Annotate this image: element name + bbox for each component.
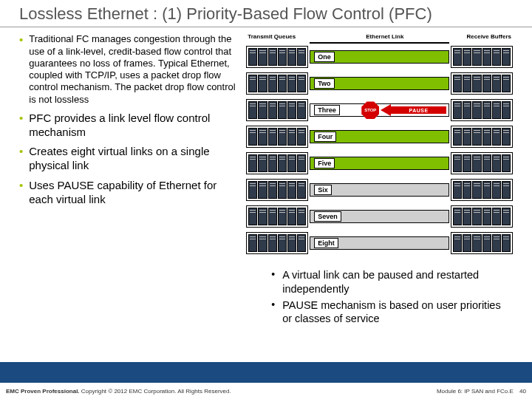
right-column: Transmit Queues Ethernet Link Receive Bu…	[246, 33, 513, 328]
receive-rack	[451, 205, 513, 228]
lane-label: Five	[314, 158, 335, 168]
lane-row: Five	[246, 151, 513, 177]
transmit-rack	[246, 99, 308, 121]
receive-rack	[451, 152, 513, 174]
sub-bullet-text: PAUSE mechanism is based on user priorit…	[282, 299, 513, 325]
receive-rack	[451, 46, 513, 68]
left-column: • Traditional FC manages congestion thro…	[19, 33, 246, 328]
lane-label: Eight	[314, 238, 338, 248]
bullet-marker: •	[271, 268, 275, 295]
lane-row: Seven	[246, 204, 513, 231]
lane-row: One	[246, 44, 513, 71]
footer-left: EMC Proven Professional. Copyright © 201…	[6, 388, 231, 395]
lane-label: One	[314, 52, 335, 62]
footer-copyright: Copyright © 2012 EMC Corporation. All Ri…	[80, 388, 231, 395]
bullet-item: • Uses PAUSE capability of Ethernet for …	[19, 179, 239, 207]
lane-label: Six	[314, 185, 332, 195]
footer-bar	[0, 362, 532, 383]
lane-row: Two	[246, 71, 513, 98]
transmit-rack	[246, 126, 308, 148]
diagram-header-receive: Receive Buffers	[467, 33, 511, 40]
pause-label: PAUSE	[391, 106, 446, 114]
bullet-item: • PFC provides a link level flow control…	[19, 112, 239, 140]
transmit-rack	[246, 232, 308, 254]
sub-bullet-item: • PAUSE mechanism is based on user prior…	[271, 299, 513, 325]
lane-label: Three	[314, 105, 340, 115]
bullet-item: • Creates eight virtual links on a singl…	[19, 145, 239, 173]
content-area: • Traditional FC manages congestion thro…	[0, 33, 532, 328]
sub-bullet-text: A virtual link can be paused and restart…	[282, 268, 513, 295]
arrow-head-icon	[381, 104, 391, 116]
transmit-rack	[246, 152, 308, 174]
slide-title: Lossless Ethernet : (1) Priority-Based F…	[0, 0, 532, 27]
bullet-item: • Traditional FC manages congestion thro…	[19, 33, 239, 106]
bullet-text: Creates eight virtual links on a single …	[29, 145, 239, 173]
receive-rack	[451, 126, 513, 148]
bullet-marker: •	[19, 145, 23, 173]
diagram-header-ethernet: Ethernet Link	[366, 33, 403, 40]
bullet-text: Traditional FC manages congestion throug…	[29, 33, 239, 106]
lane-label: Two	[314, 78, 334, 89]
transmit-rack	[246, 46, 308, 68]
right-sub-bullets: • A virtual link can be paused and resta…	[246, 268, 513, 325]
bullet-marker: •	[19, 33, 23, 106]
ethernet-link-line	[310, 42, 449, 44]
footer-right: Module 6: IP SAN and FCo.E 40	[437, 388, 526, 395]
bullet-marker: •	[19, 112, 23, 140]
bullet-text: Uses PAUSE capability of Ethernet for ea…	[29, 179, 239, 207]
footer-page: 40	[519, 388, 526, 395]
receive-rack	[451, 99, 513, 121]
footer-brand: EMC Proven Professional.	[6, 388, 80, 395]
bullet-marker: •	[271, 299, 275, 325]
lane-row: Six	[246, 177, 513, 204]
receive-rack	[451, 72, 513, 95]
transmit-rack	[246, 179, 308, 201]
bullet-text: PFC provides a link level flow control m…	[29, 112, 239, 140]
pause-arrow: PAUSE	[381, 104, 446, 116]
receive-rack	[451, 179, 513, 201]
transmit-rack	[246, 72, 308, 95]
lane-row: Four	[246, 124, 513, 151]
transmit-rack	[246, 205, 308, 228]
virtual-lanes: One Two Three STOP PAUSE	[246, 44, 513, 257]
lane-row-paused: Three STOP PAUSE	[246, 98, 513, 124]
footer-module: Module 6: IP SAN and FCo.E	[437, 388, 514, 395]
lane-label: Four	[314, 132, 336, 142]
receive-rack	[451, 232, 513, 254]
pfc-diagram: Transmit Queues Ethernet Link Receive Bu…	[246, 33, 513, 262]
bullet-marker: •	[19, 179, 23, 207]
diagram-header-transmit: Transmit Queues	[248, 33, 296, 40]
footer: EMC Proven Professional. Copyright © 201…	[6, 388, 526, 395]
sub-bullet-item: • A virtual link can be paused and resta…	[271, 268, 513, 295]
stop-icon: STOP	[361, 101, 379, 119]
lane-row: Eight	[246, 231, 513, 257]
lane-label: Seven	[314, 211, 341, 222]
